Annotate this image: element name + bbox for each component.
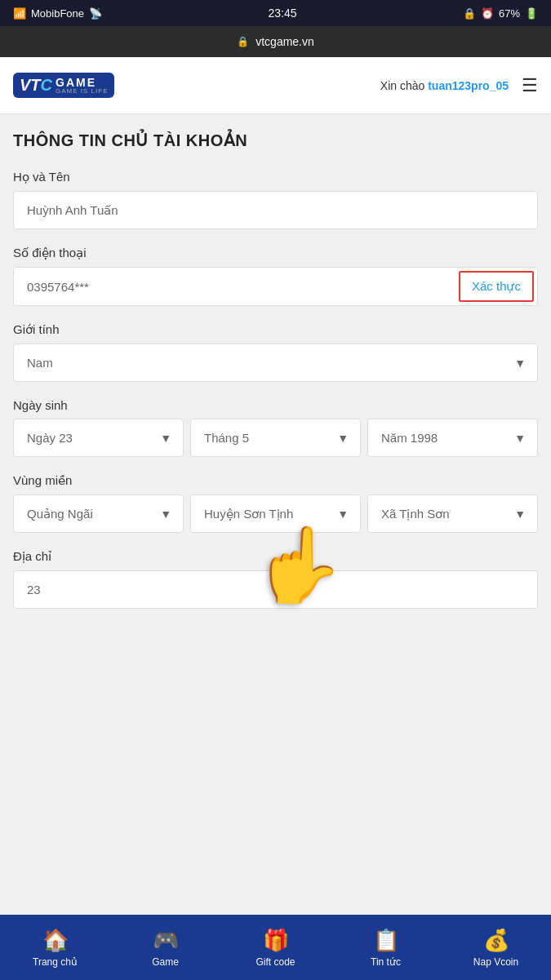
- status-bar: 📶 MobibFone 📡 23:45 🔒 ⏰ 67% 🔋: [0, 0, 551, 26]
- name-label: Họ và Tên: [13, 170, 538, 184]
- game-icon: 🎮: [153, 928, 179, 953]
- main-content: THÔNG TIN CHỦ TÀI KHOẢN Họ và Tên Số điệ…: [0, 114, 551, 914]
- region-label: Vùng miền: [13, 473, 538, 488]
- address-label: Địa chỉ: [13, 549, 538, 564]
- status-time: 23:45: [268, 7, 296, 20]
- status-right: 🔒 ⏰ 67% 🔋: [463, 7, 538, 20]
- alarm-icon: ⏰: [481, 7, 494, 20]
- logo-game-label: GAME: [56, 77, 108, 88]
- battery-icon: 🔋: [525, 7, 538, 20]
- nav-label-home: Trang chủ: [33, 956, 78, 968]
- nav-label-gift: Gift code: [256, 956, 295, 968]
- district-select[interactable]: Huyện Sơn Tịnh: [191, 495, 360, 532]
- logo-subtitle: GAME IS LIFE: [56, 88, 108, 95]
- province-select-wrapper: Quảng Ngãi ▼: [13, 494, 184, 533]
- wifi-icon: 📡: [89, 7, 102, 20]
- home-icon: 🏠: [42, 928, 69, 953]
- phone-label: Số điện thoại: [13, 246, 538, 260]
- logo-box: VTC GAME GAME IS LIFE: [13, 73, 114, 98]
- phone-input-group: Xác thực: [13, 267, 538, 306]
- address-field-group: Địa chỉ: [13, 549, 538, 609]
- carrier-name: MobibFone: [31, 7, 84, 20]
- menu-button[interactable]: ☰: [522, 75, 538, 96]
- welcome-text: Xin chào tuan123pro_05: [380, 79, 509, 92]
- birthdate-field-group: Ngày sinh Ngày 23 ▼ Tháng 5 ▼ Năm 199: [13, 398, 538, 457]
- ward-select-wrapper: Xã Tịnh Sơn ▼: [367, 494, 538, 533]
- birthdate-label: Ngày sinh: [13, 398, 538, 412]
- day-select[interactable]: Ngày 23: [14, 419, 183, 456]
- browser-lock-icon: 🔒: [237, 36, 249, 47]
- content-wrapper: THÔNG TIN CHỦ TÀI KHOẢN Họ và Tên Số điệ…: [0, 114, 551, 914]
- verify-button-wrapper: Xác thực: [459, 271, 534, 302]
- battery-level: 67%: [499, 7, 520, 20]
- province-select[interactable]: Quảng Ngãi: [14, 495, 183, 532]
- district-select-wrapper: Huyện Sơn Tịnh ▼: [190, 494, 361, 533]
- nav-label-news: Tin tức: [371, 956, 401, 968]
- site-header: VTC GAME GAME IS LIFE Xin chào tuan123pr…: [0, 57, 551, 114]
- verify-button[interactable]: Xác thực: [460, 273, 532, 300]
- logo-game-text: GAME GAME IS LIFE: [56, 77, 108, 95]
- month-select[interactable]: Tháng 5: [191, 419, 360, 456]
- lock-status-icon: 🔒: [463, 7, 476, 20]
- gender-select-wrapper: Nam Nữ ▼: [13, 344, 538, 382]
- logo: VTC GAME GAME IS LIFE: [13, 73, 114, 98]
- status-left: 📶 MobibFone 📡: [13, 7, 102, 20]
- gender-field-group: Giới tính Nam Nữ ▼: [13, 322, 538, 382]
- date-row: Ngày 23 ▼ Tháng 5 ▼ Năm 1998 ▼: [13, 419, 538, 457]
- region-field-group: Vùng miền Quảng Ngãi ▼ Huyện Sơn Tịnh ▼: [13, 473, 538, 533]
- logo-vtc: VTC: [20, 76, 52, 95]
- name-input[interactable]: [13, 191, 538, 229]
- page-title: THÔNG TIN CHỦ TÀI KHOẢN: [13, 131, 538, 150]
- region-row: Quảng Ngãi ▼ Huyện Sơn Tịnh ▼ Xã Tịnh Sơ…: [13, 494, 538, 533]
- browser-bar: 🔒 vtcgame.vn: [0, 26, 551, 57]
- nav-item-news[interactable]: 📋 Tin tức: [331, 921, 441, 974]
- phone-input[interactable]: [14, 268, 455, 305]
- year-select[interactable]: Năm 1998: [368, 419, 537, 456]
- gift-icon: 🎁: [263, 928, 289, 953]
- phone-field-group: Số điện thoại Xác thực: [13, 246, 538, 306]
- nav-item-game[interactable]: 🎮 Game: [110, 921, 220, 974]
- nav-item-vcoin[interactable]: 💰 Nap Vcoin: [441, 921, 551, 974]
- vcoin-icon: 💰: [483, 928, 509, 953]
- bottom-nav: 🏠 Trang chủ 🎮 Game 🎁 Gift code 📋 Tin tức…: [0, 915, 551, 980]
- nav-item-gift[interactable]: 🎁 Gift code: [220, 921, 331, 974]
- year-select-wrapper: Năm 1998 ▼: [367, 419, 538, 457]
- ward-select[interactable]: Xã Tịnh Sơn: [368, 495, 537, 532]
- browser-url: vtcgame.vn: [256, 35, 314, 48]
- gender-label: Giới tính: [13, 322, 538, 337]
- nav-label-vcoin: Nap Vcoin: [473, 956, 518, 968]
- day-select-wrapper: Ngày 23 ▼: [13, 419, 184, 457]
- address-input[interactable]: [13, 570, 538, 609]
- news-icon: 📋: [373, 928, 399, 953]
- nav-label-game: Game: [152, 956, 179, 968]
- signal-icon: 📶: [13, 7, 26, 20]
- name-field-group: Họ và Tên: [13, 170, 538, 229]
- month-select-wrapper: Tháng 5 ▼: [190, 419, 361, 457]
- username-display: tuan123pro_05: [428, 79, 509, 92]
- header-right: Xin chào tuan123pro_05 ☰: [380, 75, 538, 96]
- gender-select[interactable]: Nam Nữ: [14, 344, 537, 381]
- nav-item-home[interactable]: 🏠 Trang chủ: [0, 921, 110, 974]
